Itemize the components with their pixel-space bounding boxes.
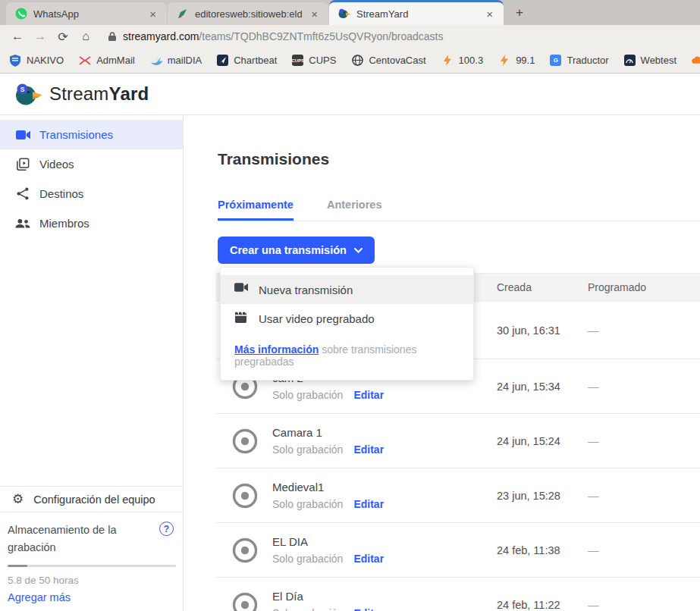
broadcast-subtitle: Solo grabación (272, 607, 343, 611)
broadcast-title: Camara 1 (272, 426, 384, 439)
bookmark-traductor[interactable]: G Traductor (550, 55, 608, 66)
bookmark-chartbeat[interactable]: Chartbeat (217, 55, 277, 66)
shield-icon (9, 55, 21, 67)
team-settings-label: Configuración del equipo (33, 494, 155, 506)
bookmark-maildia[interactable]: mailDIA (150, 55, 202, 67)
bookmark-admmail[interactable]: AdmMail (79, 55, 135, 67)
sidebar-item-destinos[interactable]: Destinos (0, 179, 183, 208)
table-row[interactable]: Medieval1 Solo grabaciónEditar 23 jun, 1… (216, 468, 700, 523)
whatsapp-icon (15, 8, 27, 20)
edit-link[interactable]: Editar (353, 498, 384, 510)
bookmark-radio-1003[interactable]: 100.3 (441, 55, 484, 67)
created-cell: 23 jun, 15:28 (497, 490, 588, 502)
mail-icon (79, 55, 91, 67)
sidebar-item-label: Miembros (39, 217, 89, 230)
page-title: Transmisiones (218, 150, 700, 168)
videocam-icon (234, 283, 248, 296)
streamyard-logo[interactable]: S StreamYard (15, 82, 149, 106)
sidebar-item-videos[interactable]: Videos (0, 149, 183, 179)
sidebar-item-label: Destinos (39, 187, 83, 200)
bookmark-radio-991[interactable]: 99.1 (498, 55, 535, 67)
close-icon[interactable]: × (483, 8, 496, 20)
bookmark-centovacast[interactable]: CentovaCast (351, 55, 425, 67)
table-row[interactable]: Camara 1 Solo grabaciónEditar 24 jun, 15… (216, 414, 700, 468)
tab-editoresweb[interactable]: editoresweb:sitioweb:eldia.co × (168, 2, 328, 25)
menu-item-nueva-transmision[interactable]: Nueva transmisión (221, 275, 473, 304)
scheduled-cell: — (588, 381, 700, 393)
column-header-creada: Creada (497, 281, 588, 293)
bookmark-label: 100.3 (459, 55, 484, 66)
broadcast-subtitle: Solo grabación (272, 443, 343, 456)
storage-usage: 5.8 de 50 horas (8, 575, 174, 586)
browser-window: WhatsApp × editoresweb:sitioweb:eldia.co… (0, 0, 700, 611)
table-row[interactable]: El Día Solo grabaciónEditar 24 feb, 11:2… (216, 578, 700, 611)
home-icon[interactable]: ⌂ (76, 27, 96, 46)
storage-progress-bar (8, 565, 176, 567)
browser-tab-bar: WhatsApp × editoresweb:sitioweb:eldia.co… (0, 0, 700, 25)
reload-icon[interactable]: ⟳ (53, 27, 73, 46)
column-header-programado: Programado (588, 281, 700, 293)
forward-icon[interactable]: → (30, 27, 50, 46)
streamyard-icon (338, 8, 350, 20)
menu-item-label: Usar video pregrabado (259, 312, 375, 325)
add-more-link[interactable]: Agregar más (8, 591, 174, 603)
mas-informacion-link[interactable]: Más información (234, 343, 319, 356)
bookmark-label: Chartbeat (234, 55, 277, 66)
back-icon[interactable]: ← (8, 27, 27, 46)
pregrabadas-info: Más información sobre transmisiones preg… (221, 333, 473, 377)
chartbeat-icon (217, 55, 228, 66)
edit-link[interactable]: Editar (353, 607, 384, 611)
bird-icon (150, 55, 162, 67)
created-cell: 24 feb, 11:22 (497, 599, 588, 611)
svg-text:S: S (20, 86, 25, 93)
tab-anteriores[interactable]: Anteriores (327, 199, 382, 221)
bookmark-label: Webtest (641, 55, 676, 66)
scheduled-cell: — (588, 324, 700, 337)
browser-toolbar: ← → ⟳ ⌂ streamyard.com/teams/TQDhBC9ZNTm… (0, 25, 700, 48)
main-content: Transmisiones Próximamente Anteriores Cr… (184, 115, 700, 611)
edit-link[interactable]: Editar (353, 389, 384, 401)
tab-proximamente[interactable]: Próximamente (218, 199, 293, 221)
new-tab-button[interactable]: + (510, 3, 529, 23)
address-bar[interactable]: streamyard.com/teams/TQDhBC9ZNTmft6z5UsQ… (108, 30, 443, 42)
bookmark-label: NAKIVO (27, 55, 64, 66)
created-cell: 30 jun, 16:31 (497, 324, 588, 337)
bookmark-nakivo[interactable]: NAKIVO (9, 55, 64, 67)
created-cell: 24 feb, 11:38 (497, 544, 588, 556)
menu-item-usar-video-pregrabado[interactable]: Usar video pregrabado (221, 304, 473, 333)
edit-link[interactable]: Editar (353, 553, 384, 565)
bookmark-cloudflare[interactable]: CloudFlare (692, 55, 700, 67)
cloud-icon (692, 55, 700, 67)
bookmark-webtest[interactable]: Webtest (624, 55, 676, 66)
help-icon[interactable]: ? (159, 522, 174, 536)
bookmarks-bar: NAKIVO AdmMail mailDIA Chartbeat CUPS CU… (0, 48, 700, 74)
lightning-icon (441, 55, 454, 67)
close-icon[interactable]: × (146, 8, 159, 20)
chevron-down-icon (354, 248, 363, 253)
streamyard-header: S StreamYard (0, 74, 700, 115)
storage-progress-fill (8, 565, 27, 567)
create-broadcast-button[interactable]: Crear una transmisión (218, 237, 375, 264)
globe-icon (351, 55, 363, 67)
close-icon[interactable]: × (308, 8, 321, 20)
created-cell: 24 jun, 15:24 (497, 435, 588, 447)
video-library-icon (15, 157, 30, 172)
scheduled-cell: — (588, 599, 700, 611)
clapperboard-icon (234, 312, 248, 325)
team-settings[interactable]: ⚙ Configuración del equipo (0, 486, 183, 512)
edit-link[interactable]: Editar (353, 443, 384, 456)
tab-title: editoresweb:sitioweb:eldia.co (195, 8, 302, 20)
editor-icon (177, 8, 189, 20)
url-path: /teams/TQDhBC9ZNTmft6z5UsQVRyon/broadcas… (199, 30, 443, 42)
sidebar-item-label: Videos (39, 158, 74, 171)
bookmark-cups[interactable]: CUPS CUPS (292, 55, 336, 66)
gear-icon: ⚙ (12, 493, 24, 506)
sidebar-item-transmisiones[interactable]: Transmisiones (0, 120, 183, 149)
people-icon (15, 216, 30, 231)
sidebar-item-miembros[interactable]: Miembros (0, 208, 183, 238)
table-row[interactable]: EL DIA Solo grabaciónEditar 24 feb, 11:3… (216, 523, 700, 578)
tab-whatsapp[interactable]: WhatsApp × (6, 2, 167, 25)
lock-icon (108, 31, 117, 42)
tab-streamyard-active[interactable]: StreamYard × (329, 0, 504, 25)
bookmark-label: CUPS (309, 55, 336, 66)
